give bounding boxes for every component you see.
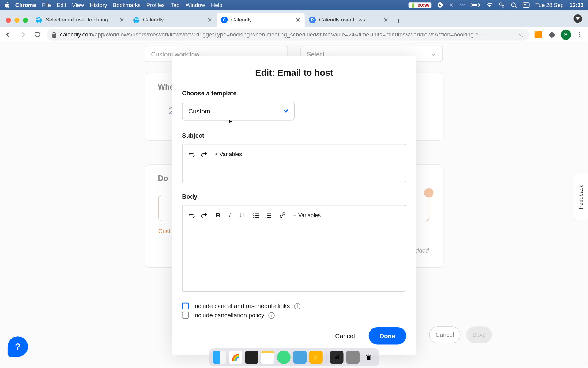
svg-point-6 [512, 3, 515, 6]
app-icon-2[interactable]: ⚡ [309, 351, 322, 364]
menu-view[interactable]: View [72, 2, 84, 8]
new-tab-button[interactable]: + [393, 15, 405, 27]
chrome-menu-icon[interactable]: ⋮ [575, 31, 584, 39]
app-icon-3[interactable] [346, 351, 359, 364]
control-center-icon[interactable] [499, 2, 505, 8]
page-cancel-button[interactable]: Cancel [429, 326, 460, 343]
extensions-icon[interactable] [547, 31, 556, 38]
battery-indicator[interactable]: 🔋00:38 [408, 2, 431, 8]
svg-rect-21 [267, 215, 271, 216]
minimize-window-button[interactable] [14, 18, 20, 23]
redo-icon[interactable] [200, 212, 207, 218]
page-content: Custom workflow Select...⌄ Whe 2 Do Cust… [0, 42, 588, 368]
menubar-app-name[interactable]: Chrome [15, 2, 36, 8]
link-icon[interactable] [279, 212, 286, 218]
svg-point-5 [502, 5, 504, 7]
svg-line-7 [515, 6, 516, 8]
address-bar[interactable]: calendly.com/app/workflows/users/me/work… [47, 29, 530, 40]
tab-overflow-button[interactable] [574, 14, 582, 23]
status-icon-2[interactable]: ✕ [449, 2, 454, 8]
extension-icon-1[interactable]: 🟧 [534, 31, 543, 39]
warning-badge-icon [424, 188, 433, 197]
numbered-list-icon[interactable]: 123 [265, 212, 271, 218]
siri-icon[interactable] [523, 2, 530, 8]
status-icon-1[interactable] [437, 2, 443, 8]
finder-icon[interactable] [213, 351, 226, 364]
close-tab-icon[interactable]: ✕ [207, 17, 213, 23]
modal-cancel-button[interactable]: Cancel [329, 328, 361, 344]
edit-email-modal: Edit: Email to host Choose a template Cu… [172, 56, 417, 355]
wifi-icon[interactable] [486, 2, 493, 8]
plus-icon: + [215, 151, 218, 157]
svg-rect-17 [255, 217, 259, 218]
feedback-tab[interactable]: Feedback [574, 174, 588, 220]
apple-icon[interactable] [4, 2, 10, 8]
reload-button[interactable] [32, 31, 42, 38]
browser-toolbar: calendly.com/app/workflows/users/me/work… [0, 27, 588, 42]
search-icon[interactable] [511, 2, 517, 8]
globe-icon: 🌐 [133, 17, 140, 23]
template-value: Custom [188, 107, 210, 114]
modal-title: Edit: Email to host [182, 68, 406, 78]
menu-window[interactable]: Window [186, 2, 205, 8]
body-variables-button[interactable]: +Variables [293, 212, 321, 218]
menu-edit[interactable]: Edit [57, 2, 66, 8]
tab-title: Calendly [143, 17, 204, 23]
zoom-window-button[interactable] [23, 18, 28, 23]
notes-icon[interactable] [261, 351, 274, 364]
menubar-time[interactable]: 12:22 [570, 2, 584, 8]
folder-icon[interactable]: 🖥 [330, 351, 343, 364]
italic-icon[interactable]: I [226, 212, 233, 218]
page-save-button[interactable]: Save [466, 326, 492, 343]
undo-icon[interactable] [188, 151, 195, 157]
menu-tab[interactable]: Tab [171, 2, 179, 8]
svg-rect-3 [472, 4, 477, 6]
menu-file[interactable]: File [42, 2, 51, 8]
help-button[interactable]: ? [8, 336, 28, 357]
undo-icon[interactable] [188, 212, 195, 218]
modal-done-button[interactable]: Done [368, 327, 406, 345]
svg-point-14 [253, 214, 254, 216]
chevron-down-icon [283, 109, 288, 113]
info-icon[interactable]: i [269, 312, 275, 319]
close-window-button[interactable] [6, 18, 11, 23]
back-button[interactable] [3, 31, 13, 38]
svg-rect-11 [52, 34, 56, 37]
macos-menubar: Chrome File Edit View History Bookmarks … [0, 0, 588, 10]
body-editor[interactable]: B I U 123 +Variables [182, 205, 406, 292]
menu-history[interactable]: History [90, 2, 107, 8]
browser-tab-2[interactable]: 🌐 Calendly ✕ [129, 13, 217, 27]
redo-icon[interactable] [200, 151, 207, 157]
underline-icon[interactable]: U [238, 212, 245, 218]
subject-editor[interactable]: +Variables [182, 144, 406, 182]
star-icon[interactable]: ☆ [519, 31, 524, 38]
trash-icon[interactable]: 🗑 [362, 351, 375, 364]
browser-tab-1[interactable]: 🌐 Select email user to change | D ✕ [31, 13, 129, 27]
battery-icon[interactable] [471, 2, 480, 8]
menubar-date[interactable]: Tue 28 Sep [535, 2, 564, 8]
include-cancel-reschedule-checkbox[interactable]: Include cancel and reschedule links i [182, 303, 406, 309]
chrome-dock-icon[interactable]: 🌈 [228, 351, 242, 364]
close-tab-icon[interactable]: ✕ [119, 17, 125, 23]
close-tab-icon[interactable]: ✕ [296, 17, 301, 23]
close-tab-icon[interactable]: ✕ [383, 17, 389, 23]
profile-avatar[interactable]: S [561, 29, 571, 40]
browser-tab-4[interactable]: P Calendly user flows ✕ [305, 13, 393, 27]
menu-bookmarks[interactable]: Bookmarks [113, 2, 141, 8]
messages-icon[interactable] [277, 351, 290, 364]
menu-help[interactable]: Help [211, 2, 222, 8]
bullet-list-icon[interactable] [253, 212, 259, 218]
subject-variables-button[interactable]: +Variables [215, 151, 242, 157]
menu-profiles[interactable]: Profiles [146, 2, 165, 8]
browser-tab-3[interactable]: C Calendly ✕ [217, 13, 305, 27]
template-select[interactable]: Custom [182, 102, 295, 121]
info-icon[interactable]: i [294, 303, 300, 309]
include-cancellation-policy-checkbox[interactable]: Include cancellation policy i [182, 312, 406, 319]
bold-icon[interactable]: B [215, 212, 221, 218]
forward-button[interactable] [18, 31, 28, 38]
template-label: Choose a template [182, 90, 406, 97]
status-icon-3[interactable]: 〰 [460, 2, 465, 8]
terminal-icon[interactable] [245, 351, 258, 364]
app-icon-1[interactable] [293, 351, 306, 364]
svg-rect-13 [255, 213, 259, 213]
